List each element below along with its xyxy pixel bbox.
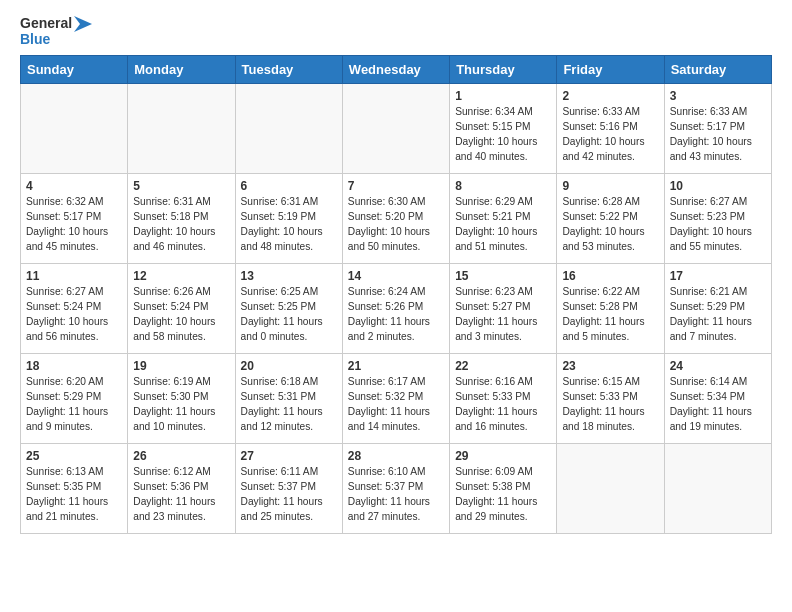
logo-blue: Blue [20,32,50,47]
day-info: Sunrise: 6:23 AM Sunset: 5:27 PM Dayligh… [455,285,551,344]
calendar-day-cell: 15Sunrise: 6:23 AM Sunset: 5:27 PM Dayli… [450,264,557,354]
day-info: Sunrise: 6:12 AM Sunset: 5:36 PM Dayligh… [133,465,229,524]
day-info: Sunrise: 6:25 AM Sunset: 5:25 PM Dayligh… [241,285,337,344]
calendar-day-cell: 25Sunrise: 6:13 AM Sunset: 5:35 PM Dayli… [21,444,128,534]
logo-general: General [20,16,72,31]
logo-arrow-icon [74,16,92,32]
header: General Blue [20,16,772,47]
day-info: Sunrise: 6:30 AM Sunset: 5:20 PM Dayligh… [348,195,444,254]
calendar-day-cell: 6Sunrise: 6:31 AM Sunset: 5:19 PM Daylig… [235,174,342,264]
calendar-day-cell [664,444,771,534]
day-number: 10 [670,179,766,193]
calendar-day-cell: 16Sunrise: 6:22 AM Sunset: 5:28 PM Dayli… [557,264,664,354]
calendar-day-cell: 13Sunrise: 6:25 AM Sunset: 5:25 PM Dayli… [235,264,342,354]
day-number: 15 [455,269,551,283]
weekday-header-sunday: Sunday [21,56,128,84]
calendar-day-cell: 19Sunrise: 6:19 AM Sunset: 5:30 PM Dayli… [128,354,235,444]
calendar-table: SundayMondayTuesdayWednesdayThursdayFrid… [20,55,772,534]
day-number: 8 [455,179,551,193]
calendar-day-cell [128,84,235,174]
logo: General Blue [20,16,92,47]
calendar-day-cell: 2Sunrise: 6:33 AM Sunset: 5:16 PM Daylig… [557,84,664,174]
calendar-day-cell: 11Sunrise: 6:27 AM Sunset: 5:24 PM Dayli… [21,264,128,354]
day-number: 1 [455,89,551,103]
calendar-day-cell: 3Sunrise: 6:33 AM Sunset: 5:17 PM Daylig… [664,84,771,174]
calendar-day-cell: 20Sunrise: 6:18 AM Sunset: 5:31 PM Dayli… [235,354,342,444]
day-info: Sunrise: 6:16 AM Sunset: 5:33 PM Dayligh… [455,375,551,434]
day-number: 18 [26,359,122,373]
calendar-day-cell: 17Sunrise: 6:21 AM Sunset: 5:29 PM Dayli… [664,264,771,354]
calendar-day-cell: 22Sunrise: 6:16 AM Sunset: 5:33 PM Dayli… [450,354,557,444]
calendar-week-row: 4Sunrise: 6:32 AM Sunset: 5:17 PM Daylig… [21,174,772,264]
calendar-day-cell: 18Sunrise: 6:20 AM Sunset: 5:29 PM Dayli… [21,354,128,444]
weekday-header-thursday: Thursday [450,56,557,84]
calendar-day-cell: 21Sunrise: 6:17 AM Sunset: 5:32 PM Dayli… [342,354,449,444]
weekday-header-wednesday: Wednesday [342,56,449,84]
day-info: Sunrise: 6:29 AM Sunset: 5:21 PM Dayligh… [455,195,551,254]
day-number: 25 [26,449,122,463]
calendar-day-cell: 1Sunrise: 6:34 AM Sunset: 5:15 PM Daylig… [450,84,557,174]
calendar-day-cell: 23Sunrise: 6:15 AM Sunset: 5:33 PM Dayli… [557,354,664,444]
day-info: Sunrise: 6:11 AM Sunset: 5:37 PM Dayligh… [241,465,337,524]
day-info: Sunrise: 6:14 AM Sunset: 5:34 PM Dayligh… [670,375,766,434]
day-number: 26 [133,449,229,463]
day-number: 16 [562,269,658,283]
day-info: Sunrise: 6:32 AM Sunset: 5:17 PM Dayligh… [26,195,122,254]
svg-marker-0 [74,16,92,32]
day-number: 19 [133,359,229,373]
calendar-day-cell: 7Sunrise: 6:30 AM Sunset: 5:20 PM Daylig… [342,174,449,264]
day-info: Sunrise: 6:31 AM Sunset: 5:18 PM Dayligh… [133,195,229,254]
calendar-day-cell: 28Sunrise: 6:10 AM Sunset: 5:37 PM Dayli… [342,444,449,534]
day-number: 11 [26,269,122,283]
day-number: 9 [562,179,658,193]
weekday-header-friday: Friday [557,56,664,84]
weekday-header-tuesday: Tuesday [235,56,342,84]
calendar-day-cell: 4Sunrise: 6:32 AM Sunset: 5:17 PM Daylig… [21,174,128,264]
day-info: Sunrise: 6:22 AM Sunset: 5:28 PM Dayligh… [562,285,658,344]
calendar-day-cell [557,444,664,534]
calendar-day-cell: 29Sunrise: 6:09 AM Sunset: 5:38 PM Dayli… [450,444,557,534]
calendar-day-cell: 8Sunrise: 6:29 AM Sunset: 5:21 PM Daylig… [450,174,557,264]
day-number: 22 [455,359,551,373]
weekday-header-row: SundayMondayTuesdayWednesdayThursdayFrid… [21,56,772,84]
day-info: Sunrise: 6:34 AM Sunset: 5:15 PM Dayligh… [455,105,551,164]
day-number: 27 [241,449,337,463]
day-number: 17 [670,269,766,283]
day-info: Sunrise: 6:33 AM Sunset: 5:17 PM Dayligh… [670,105,766,164]
day-info: Sunrise: 6:13 AM Sunset: 5:35 PM Dayligh… [26,465,122,524]
day-info: Sunrise: 6:17 AM Sunset: 5:32 PM Dayligh… [348,375,444,434]
calendar-day-cell: 27Sunrise: 6:11 AM Sunset: 5:37 PM Dayli… [235,444,342,534]
calendar-day-cell: 26Sunrise: 6:12 AM Sunset: 5:36 PM Dayli… [128,444,235,534]
day-number: 4 [26,179,122,193]
day-info: Sunrise: 6:33 AM Sunset: 5:16 PM Dayligh… [562,105,658,164]
calendar-day-cell: 9Sunrise: 6:28 AM Sunset: 5:22 PM Daylig… [557,174,664,264]
day-info: Sunrise: 6:21 AM Sunset: 5:29 PM Dayligh… [670,285,766,344]
weekday-header-monday: Monday [128,56,235,84]
day-info: Sunrise: 6:09 AM Sunset: 5:38 PM Dayligh… [455,465,551,524]
day-info: Sunrise: 6:28 AM Sunset: 5:22 PM Dayligh… [562,195,658,254]
calendar-week-row: 11Sunrise: 6:27 AM Sunset: 5:24 PM Dayli… [21,264,772,354]
calendar-week-row: 18Sunrise: 6:20 AM Sunset: 5:29 PM Dayli… [21,354,772,444]
day-info: Sunrise: 6:10 AM Sunset: 5:37 PM Dayligh… [348,465,444,524]
day-number: 24 [670,359,766,373]
day-number: 13 [241,269,337,283]
day-number: 23 [562,359,658,373]
day-info: Sunrise: 6:15 AM Sunset: 5:33 PM Dayligh… [562,375,658,434]
day-info: Sunrise: 6:31 AM Sunset: 5:19 PM Dayligh… [241,195,337,254]
day-number: 28 [348,449,444,463]
day-number: 6 [241,179,337,193]
calendar-week-row: 1Sunrise: 6:34 AM Sunset: 5:15 PM Daylig… [21,84,772,174]
calendar-day-cell [235,84,342,174]
day-number: 12 [133,269,229,283]
calendar-day-cell [21,84,128,174]
calendar-day-cell: 14Sunrise: 6:24 AM Sunset: 5:26 PM Dayli… [342,264,449,354]
day-info: Sunrise: 6:27 AM Sunset: 5:24 PM Dayligh… [26,285,122,344]
day-number: 14 [348,269,444,283]
day-info: Sunrise: 6:19 AM Sunset: 5:30 PM Dayligh… [133,375,229,434]
day-number: 2 [562,89,658,103]
calendar-week-row: 25Sunrise: 6:13 AM Sunset: 5:35 PM Dayli… [21,444,772,534]
weekday-header-saturday: Saturday [664,56,771,84]
day-info: Sunrise: 6:26 AM Sunset: 5:24 PM Dayligh… [133,285,229,344]
calendar-day-cell: 24Sunrise: 6:14 AM Sunset: 5:34 PM Dayli… [664,354,771,444]
day-info: Sunrise: 6:24 AM Sunset: 5:26 PM Dayligh… [348,285,444,344]
